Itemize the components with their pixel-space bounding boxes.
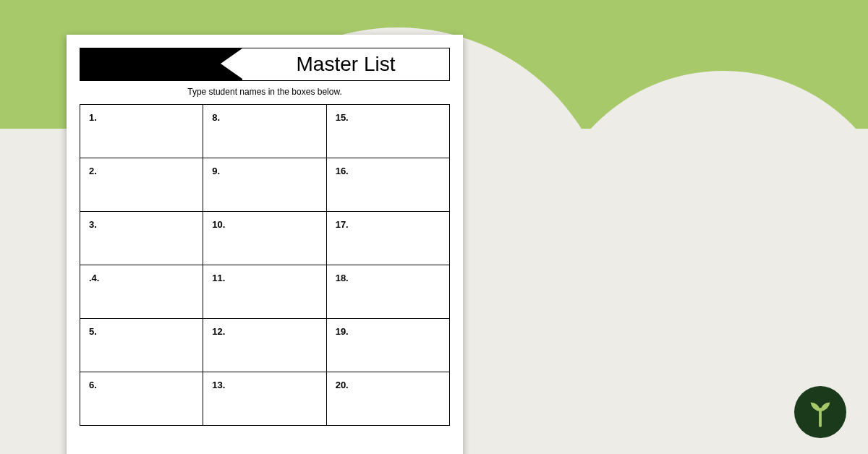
cell-label[interactable]: 20. [327, 372, 449, 425]
header: Master List [80, 48, 450, 81]
cell-label[interactable]: 2. [80, 158, 203, 211]
cell-label[interactable]: 6. [80, 372, 203, 425]
cell-label[interactable]: 5. [80, 319, 203, 372]
cell-label[interactable]: .4. [80, 265, 203, 318]
cell-label[interactable]: 13. [203, 372, 326, 425]
table-row: 3. 10. 17. [80, 212, 449, 265]
cell-label[interactable]: 15. [327, 105, 449, 158]
table-row: 1. 8. 15. [80, 105, 449, 158]
cell-label[interactable]: 9. [203, 158, 326, 211]
page-title-container: Master List [242, 48, 449, 80]
cell-label[interactable]: 8. [203, 105, 326, 158]
cell-label[interactable]: 18. [327, 265, 449, 318]
table-row: 6. 13. 20. [80, 372, 449, 426]
cell-label[interactable]: 12. [203, 319, 326, 372]
cell-label[interactable]: 16. [327, 158, 449, 211]
cell-label[interactable]: 17. [327, 212, 449, 265]
table-row: .4. 11. 18. [80, 265, 449, 319]
instruction-text: Type student names in the boxes below. [80, 87, 450, 97]
page-title: Master List [297, 53, 396, 76]
worksheet-page: Master List Type student names in the bo… [67, 35, 463, 454]
table-row: 2. 9. 16. [80, 158, 449, 212]
cell-label[interactable]: 11. [203, 265, 326, 318]
cell-label[interactable]: 1. [80, 105, 203, 158]
cell-label[interactable]: 10. [203, 212, 326, 265]
cell-label[interactable]: 19. [327, 319, 449, 372]
arrow-left-icon [221, 48, 242, 79]
sprout-icon [805, 397, 835, 427]
table-row: 5. 12. 19. [80, 319, 449, 372]
cell-label[interactable]: 3. [80, 212, 203, 265]
brand-badge [794, 386, 846, 438]
student-grid: 1. 8. 15. 2. 9. 16. 3. 10. 17. .4. 11. 1… [80, 104, 450, 426]
header-accent [80, 48, 242, 80]
